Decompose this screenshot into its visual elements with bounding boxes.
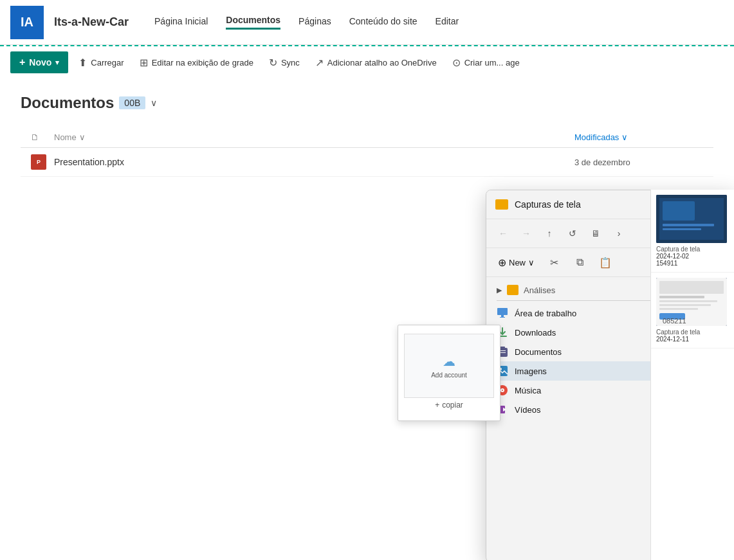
- upload-label: Carregar: [91, 58, 124, 68]
- upload-icon: ⬆: [78, 57, 87, 69]
- svg-rect-18: [663, 224, 714, 226]
- right-panel: Captura de tela 2024-12-02 154911 Captur…: [650, 190, 734, 560]
- sidebar-item-label: Análises: [524, 285, 555, 295]
- more-nav-button[interactable]: ›: [609, 223, 629, 244]
- grid-label: Editar na exibição de grade: [152, 58, 253, 68]
- file-icon-placeholder: 🗋: [31, 132, 39, 142]
- new-label: Novo: [29, 57, 51, 68]
- svg-rect-0: [497, 308, 508, 315]
- file-num-badge: 085211: [663, 317, 686, 325]
- thumb-time-1: 154911: [656, 260, 729, 267]
- folder-icon: [495, 199, 508, 210]
- main-nav: Página Inicial Documentos Páginas Conteú…: [154, 15, 724, 30]
- doc-title: Documentos: [21, 94, 114, 112]
- nav-editar[interactable]: Editar: [436, 16, 459, 29]
- header-icon-col: 🗋: [31, 132, 54, 142]
- cloud-icon: ☁: [443, 354, 455, 369]
- thumb-date-1: 2024-12-02: [656, 253, 729, 260]
- nav-conteudo[interactable]: Conteúdo do site: [349, 16, 417, 29]
- desktop-icon: [497, 307, 508, 319]
- top-bar: IA Its-a-New-Car Página Inicial Document…: [0, 0, 734, 45]
- onedrive-button[interactable]: ↗ Adicionar atalho ao OneDrive: [310, 53, 442, 73]
- monitor-button[interactable]: 🖥: [585, 223, 606, 244]
- svg-rect-1: [501, 315, 504, 317]
- folder-analyses-icon: [507, 285, 518, 295]
- up-button[interactable]: ↑: [539, 223, 560, 244]
- grid-edit-button[interactable]: ⊞ Editar na exibição de grade: [134, 53, 259, 73]
- pptx-icon: P: [31, 154, 46, 170]
- back-button[interactable]: ←: [493, 223, 513, 244]
- col-modified-sort-icon: ∨: [621, 132, 628, 142]
- create-button[interactable]: ⊙ Criar um... age: [447, 53, 525, 73]
- create-label: Criar um... age: [464, 58, 520, 68]
- toolbar: + Novo ▾ ⬆ Carregar ⊞ Editar na exibição…: [0, 46, 734, 78]
- copy-label: copiar: [442, 401, 463, 410]
- svg-rect-25: [659, 308, 698, 310]
- col-name-sort-icon: ∨: [79, 132, 86, 142]
- col-name-header[interactable]: Nome ∨: [54, 132, 574, 142]
- preview-area: ☁ Add account + copiar: [398, 325, 500, 421]
- cut-button[interactable]: ✂: [542, 252, 565, 273]
- thumb-img-1: [656, 195, 727, 243]
- nav-pagina-inicial[interactable]: Página Inicial: [154, 16, 208, 29]
- svg-rect-21: [659, 281, 724, 294]
- col-modified-header[interactable]: Modificadas ∨: [574, 132, 703, 142]
- table-row[interactable]: P Presentation.pptx 3 de dezembro: [21, 148, 713, 177]
- main-content: Documentos 00B ∨ 🗋 Nome ∨ Modificadas ∨ …: [0, 78, 734, 192]
- onedrive-icon: ↗: [315, 57, 324, 69]
- doc-badge: 00B: [119, 96, 145, 109]
- svg-rect-23: [659, 300, 717, 302]
- site-title: Its-a-New-Car: [54, 15, 129, 29]
- fe-new-button[interactable]: ⊕ New ∨: [493, 254, 540, 271]
- chevron-down-icon: ▾: [55, 59, 59, 67]
- col-modified-label: Modificadas: [574, 132, 619, 142]
- copy-icon: +: [435, 401, 439, 410]
- create-icon: ⊙: [452, 57, 461, 69]
- refresh-button[interactable]: ↺: [562, 223, 583, 244]
- thumb-date-val-1: 2024-12-02: [656, 253, 689, 260]
- sync-button[interactable]: ↻ Sync: [264, 53, 305, 73]
- thumb-title-2: Captura de tela: [656, 329, 729, 336]
- new-button[interactable]: + Novo ▾: [10, 51, 68, 73]
- sync-icon: ↻: [269, 57, 277, 69]
- copy-label-area[interactable]: + copiar: [430, 398, 468, 412]
- fe-new-label: New: [509, 258, 526, 267]
- sync-label: Sync: [281, 58, 300, 68]
- upload-button[interactable]: ⬆ Carregar: [73, 53, 129, 73]
- plus-icon: +: [19, 57, 25, 68]
- thumb-inner: ☁ Add account: [405, 334, 493, 397]
- num-badge-text: 085211: [663, 317, 686, 325]
- thumbnail-item-2[interactable]: Captura de tela 2024-12-11: [651, 273, 734, 348]
- expand-arrow-icon: ▶: [497, 286, 502, 294]
- nav-paginas[interactable]: Páginas: [298, 16, 331, 29]
- copy-button[interactable]: ⧉: [568, 252, 591, 273]
- add-account-text: Add account: [431, 372, 467, 379]
- file-icon: P: [31, 154, 54, 170]
- fe-chevron-icon: ∨: [528, 258, 535, 267]
- svg-rect-19: [663, 228, 701, 230]
- plus-circle-icon: ⊕: [498, 257, 506, 269]
- thumb-title-1: Captura de tela: [656, 246, 729, 253]
- onedrive-label: Adicionar atalho ao OneDrive: [327, 58, 437, 68]
- svg-rect-17: [663, 201, 695, 221]
- svg-rect-2: [500, 317, 505, 318]
- doc-chevron-icon[interactable]: ∨: [151, 98, 157, 108]
- file-list-header: 🗋 Nome ∨ Modificadas ∨: [21, 127, 713, 148]
- doc-title-row: Documentos 00B ∨: [21, 94, 713, 112]
- thumb-date-2: 2024-12-11: [656, 336, 729, 343]
- preview-thumbnail: ☁ Add account: [404, 334, 494, 398]
- col-name-label: Nome: [54, 132, 77, 142]
- svg-rect-22: [659, 296, 704, 298]
- grid-icon: ⊞: [140, 57, 148, 69]
- nav-documentos[interactable]: Documentos: [226, 15, 280, 30]
- forward-button[interactable]: →: [516, 223, 537, 244]
- logo-text: IA: [21, 15, 33, 30]
- thumbnail-item-1[interactable]: Captura de tela 2024-12-02 154911: [651, 190, 734, 273]
- file-modified: 3 de dezembro: [574, 158, 703, 167]
- file-name[interactable]: Presentation.pptx: [54, 157, 574, 167]
- svg-rect-24: [659, 304, 711, 306]
- logo: IA: [10, 6, 44, 39]
- paste-button[interactable]: 📋: [594, 252, 617, 273]
- svg-point-12: [502, 390, 503, 391]
